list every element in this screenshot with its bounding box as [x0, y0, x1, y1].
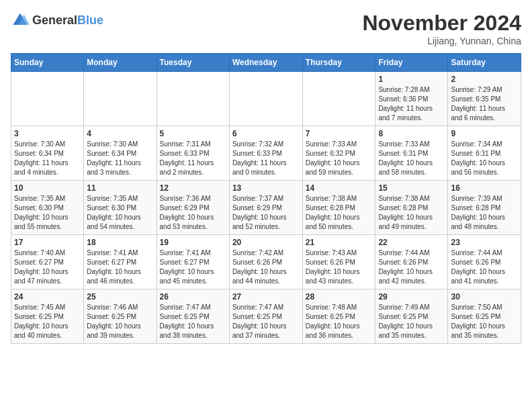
calendar-cell-w5-d2: 26Sunrise: 7:47 AM Sunset: 6:25 PM Dayli…: [157, 289, 229, 344]
calendar-cell-w5-d5: 29Sunrise: 7:49 AM Sunset: 6:25 PM Dayli…: [375, 289, 448, 344]
calendar-cell-w2-d4: 7Sunrise: 7:33 AM Sunset: 6:32 PM Daylig…: [302, 126, 375, 181]
day-info: Sunrise: 7:31 AM Sunset: 6:33 PM Dayligh…: [160, 140, 226, 177]
calendar-cell-w4-d1: 18Sunrise: 7:41 AM Sunset: 6:27 PM Dayli…: [84, 235, 157, 289]
calendar-week-1: 1Sunrise: 7:28 AM Sunset: 6:36 PM Daylig…: [11, 72, 521, 126]
day-info: Sunrise: 7:48 AM Sunset: 6:25 PM Dayligh…: [306, 303, 373, 340]
calendar-cell-w3-d2: 12Sunrise: 7:36 AM Sunset: 6:29 PM Dayli…: [157, 181, 229, 235]
calendar-cell-w2-d1: 4Sunrise: 7:30 AM Sunset: 6:34 PM Daylig…: [84, 126, 157, 181]
day-info: Sunrise: 7:32 AM Sunset: 6:33 PM Dayligh…: [232, 140, 300, 177]
calendar-cell-w5-d1: 25Sunrise: 7:46 AM Sunset: 6:25 PM Dayli…: [84, 289, 157, 344]
day-number: 14: [306, 183, 373, 193]
day-info: Sunrise: 7:44 AM Sunset: 6:26 PM Dayligh…: [451, 248, 518, 286]
day-info: Sunrise: 7:28 AM Sunset: 6:36 PM Dayligh…: [378, 85, 445, 123]
calendar-cell-w3-d6: 16Sunrise: 7:39 AM Sunset: 6:28 PM Dayli…: [448, 181, 521, 235]
day-number: 29: [378, 292, 445, 302]
day-info: Sunrise: 7:46 AM Sunset: 6:25 PM Dayligh…: [87, 303, 153, 340]
day-number: 27: [232, 292, 300, 302]
calendar-cell-w4-d4: 21Sunrise: 7:43 AM Sunset: 6:26 PM Dayli…: [302, 235, 375, 289]
calendar-cell-w1-d0: [11, 72, 84, 126]
day-number: 13: [232, 183, 300, 193]
day-number: 3: [14, 129, 81, 138]
day-number: 9: [451, 129, 518, 138]
day-info: Sunrise: 7:38 AM Sunset: 6:28 PM Dayligh…: [306, 194, 373, 232]
day-number: 7: [306, 129, 373, 138]
day-number: 18: [87, 238, 153, 247]
day-number: 12: [160, 183, 226, 193]
day-number: 6: [232, 129, 300, 138]
day-number: 5: [160, 129, 226, 138]
calendar-cell-w1-d2: [157, 72, 229, 126]
calendar-week-4: 17Sunrise: 7:40 AM Sunset: 6:27 PM Dayli…: [11, 235, 521, 289]
calendar-week-3: 10Sunrise: 7:35 AM Sunset: 6:30 PM Dayli…: [11, 181, 521, 235]
day-info: Sunrise: 7:35 AM Sunset: 6:30 PM Dayligh…: [87, 194, 153, 232]
day-number: 4: [87, 129, 153, 138]
day-number: 8: [378, 129, 445, 138]
day-info: Sunrise: 7:29 AM Sunset: 6:35 PM Dayligh…: [451, 85, 518, 123]
calendar-cell-w3-d3: 13Sunrise: 7:37 AM Sunset: 6:29 PM Dayli…: [229, 181, 302, 235]
calendar-cell-w5-d0: 24Sunrise: 7:45 AM Sunset: 6:25 PM Dayli…: [11, 289, 84, 344]
calendar-week-2: 3Sunrise: 7:30 AM Sunset: 6:34 PM Daylig…: [11, 126, 521, 181]
calendar-cell-w2-d3: 6Sunrise: 7:32 AM Sunset: 6:33 PM Daylig…: [229, 126, 302, 181]
header-sunday: Sunday: [11, 54, 84, 72]
day-number: 21: [306, 238, 373, 247]
calendar-cell-w3-d5: 15Sunrise: 7:38 AM Sunset: 6:28 PM Dayli…: [375, 181, 448, 235]
day-info: Sunrise: 7:33 AM Sunset: 6:31 PM Dayligh…: [378, 140, 445, 177]
header-monday: Monday: [84, 54, 157, 72]
header-wednesday: Wednesday: [229, 54, 302, 72]
calendar-cell-w2-d2: 5Sunrise: 7:31 AM Sunset: 6:33 PM Daylig…: [157, 126, 229, 181]
header-saturday: Saturday: [448, 54, 521, 72]
day-info: Sunrise: 7:44 AM Sunset: 6:26 PM Dayligh…: [378, 248, 445, 286]
header-tuesday: Tuesday: [157, 54, 229, 72]
logo-text-blue: Blue: [77, 13, 103, 27]
calendar-cell-w5-d6: 30Sunrise: 7:50 AM Sunset: 6:25 PM Dayli…: [448, 289, 521, 344]
day-info: Sunrise: 7:30 AM Sunset: 6:34 PM Dayligh…: [14, 140, 81, 177]
day-info: Sunrise: 7:45 AM Sunset: 6:25 PM Dayligh…: [14, 303, 81, 340]
calendar-cell-w2-d6: 9Sunrise: 7:34 AM Sunset: 6:31 PM Daylig…: [448, 126, 521, 181]
day-number: 15: [378, 183, 445, 193]
day-number: 22: [378, 238, 445, 247]
calendar-cell-w1-d4: [302, 72, 375, 126]
day-number: 19: [160, 238, 226, 247]
calendar-cell-w1-d6: 2Sunrise: 7:29 AM Sunset: 6:35 PM Daylig…: [448, 72, 521, 126]
calendar-cell-w3-d1: 11Sunrise: 7:35 AM Sunset: 6:30 PM Dayli…: [84, 181, 157, 235]
day-number: 30: [451, 292, 518, 302]
day-number: 23: [451, 238, 518, 247]
page-header: GeneralBlue November 2024 Lijiang, Yunna…: [11, 11, 521, 46]
header-thursday: Thursday: [302, 54, 375, 72]
calendar-cell-w4-d0: 17Sunrise: 7:40 AM Sunset: 6:27 PM Dayli…: [11, 235, 84, 289]
header-friday: Friday: [375, 54, 448, 72]
calendar-week-5: 24Sunrise: 7:45 AM Sunset: 6:25 PM Dayli…: [11, 289, 521, 344]
day-info: Sunrise: 7:33 AM Sunset: 6:32 PM Dayligh…: [306, 140, 373, 177]
day-info: Sunrise: 7:47 AM Sunset: 6:25 PM Dayligh…: [232, 303, 300, 340]
calendar-cell-w3-d0: 10Sunrise: 7:35 AM Sunset: 6:30 PM Dayli…: [11, 181, 84, 235]
calendar-header-row: Sunday Monday Tuesday Wednesday Thursday…: [11, 54, 521, 72]
day-number: 20: [232, 238, 300, 247]
day-number: 28: [306, 292, 373, 302]
logo: GeneralBlue: [11, 11, 103, 30]
day-info: Sunrise: 7:43 AM Sunset: 6:26 PM Dayligh…: [306, 248, 373, 286]
calendar-cell-w4-d5: 22Sunrise: 7:44 AM Sunset: 6:26 PM Dayli…: [375, 235, 448, 289]
calendar-cell-w2-d5: 8Sunrise: 7:33 AM Sunset: 6:31 PM Daylig…: [375, 126, 448, 181]
title-location: Lijiang, Yunnan, China: [362, 36, 521, 46]
calendar-cell-w4-d3: 20Sunrise: 7:42 AM Sunset: 6:26 PM Dayli…: [229, 235, 302, 289]
day-info: Sunrise: 7:30 AM Sunset: 6:34 PM Dayligh…: [87, 140, 153, 177]
title-block: November 2024 Lijiang, Yunnan, China: [362, 11, 521, 46]
calendar-cell-w1-d3: [229, 72, 302, 126]
day-info: Sunrise: 7:38 AM Sunset: 6:28 PM Dayligh…: [378, 194, 445, 232]
day-info: Sunrise: 7:47 AM Sunset: 6:25 PM Dayligh…: [160, 303, 226, 340]
logo-icon: [11, 11, 30, 30]
logo-text-general: General: [32, 13, 77, 27]
calendar-cell-w2-d0: 3Sunrise: 7:30 AM Sunset: 6:34 PM Daylig…: [11, 126, 84, 181]
calendar-cell-w1-d1: [84, 72, 157, 126]
day-number: 17: [14, 238, 81, 247]
day-info: Sunrise: 7:35 AM Sunset: 6:30 PM Dayligh…: [14, 194, 81, 232]
day-info: Sunrise: 7:49 AM Sunset: 6:25 PM Dayligh…: [378, 303, 445, 340]
day-number: 2: [451, 75, 518, 84]
calendar-table: Sunday Monday Tuesday Wednesday Thursday…: [11, 53, 521, 344]
day-number: 26: [160, 292, 226, 302]
calendar-cell-w5-d4: 28Sunrise: 7:48 AM Sunset: 6:25 PM Dayli…: [302, 289, 375, 344]
title-month: November 2024: [362, 11, 521, 36]
calendar-cell-w3-d4: 14Sunrise: 7:38 AM Sunset: 6:28 PM Dayli…: [302, 181, 375, 235]
calendar-cell-w4-d6: 23Sunrise: 7:44 AM Sunset: 6:26 PM Dayli…: [448, 235, 521, 289]
day-info: Sunrise: 7:36 AM Sunset: 6:29 PM Dayligh…: [160, 194, 226, 232]
